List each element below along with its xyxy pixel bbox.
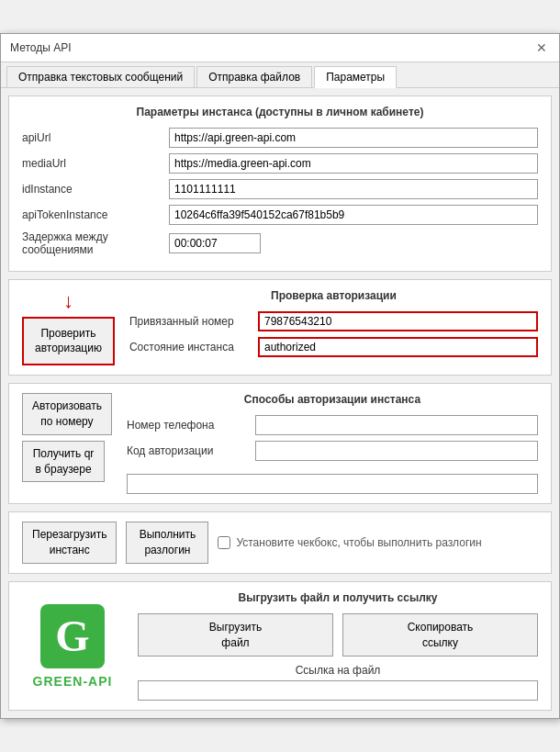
tab-send-files[interactable]: Отправка файлов [196, 66, 312, 87]
field-row-apiurl: apiUrl [22, 128, 538, 148]
label-linked-number: Привязанный номер [129, 315, 258, 328]
input-phone-number[interactable] [255, 415, 538, 435]
auth-field-row-state: Состояние инстанса [129, 337, 538, 357]
input-idinstance[interactable] [169, 179, 538, 199]
label-mediaurl: mediaUrl [22, 157, 169, 170]
logout-checkbox-area: Установите чекбокс, чтобы выполнить разл… [218, 536, 481, 549]
title-bar: Методы API ✕ [1, 34, 559, 62]
auth-ways-right: Способы авторизации инстанса Номер телеф… [127, 393, 538, 494]
arrow-icon: ↓ [63, 289, 73, 313]
label-phone-number: Номер телефона [127, 419, 255, 432]
logout-checkbox-label: Установите чекбокс, чтобы выполнить разл… [236, 536, 481, 549]
field-row-mediaurl: mediaUrl [22, 153, 538, 174]
ways-field-row-code: Код авторизации [127, 441, 538, 461]
instance-params-section: Параметры инстанса (доступны в личном ка… [8, 95, 552, 272]
upload-file-button[interactable]: Выгрузитьфайл [138, 613, 333, 657]
label-auth-code: Код авторизации [127, 444, 255, 457]
reload-instance-button[interactable]: Перезагрузитьинстанс [22, 522, 117, 564]
get-qr-button[interactable]: Получить qrв браузере [22, 441, 105, 483]
auth-check-section: ↓ Проверитьавторизацию Проверка авториза… [8, 279, 552, 376]
field-row-idinstance: idInstance [22, 179, 538, 199]
logout-button[interactable]: Выполнитьразлогин [126, 522, 208, 564]
upload-title: Выгрузить файл и получить ссылку [138, 591, 538, 604]
auth-check-title: Проверка авторизации [129, 289, 538, 302]
label-apiurl: apiUrl [22, 131, 169, 144]
auth-by-number-button[interactable]: Авторизоватьпо номеру [22, 393, 112, 435]
content-area: Параметры инстанса (доступны в личном ка… [1, 88, 559, 719]
tabs-bar: Отправка текстовых сообщений Отправка фа… [1, 62, 559, 88]
link-label: Ссылка на файл [138, 664, 538, 677]
logo-text: GREEN-API [33, 674, 113, 689]
main-window: Методы API ✕ Отправка текстовых сообщени… [0, 33, 560, 720]
input-apiurl[interactable] [169, 128, 538, 148]
input-qr[interactable] [127, 474, 538, 494]
reload-section: Перезагрузитьинстанс Выполнитьразлогин У… [8, 511, 552, 574]
label-delay: Задержка между сообщениями [22, 230, 169, 256]
auth-check-left: ↓ Проверитьавторизацию [22, 289, 115, 366]
input-delay[interactable] [169, 233, 261, 253]
check-auth-button[interactable]: Проверитьавторизацию [22, 317, 115, 366]
auth-ways-section: Авторизоватьпо номеру Получить qrв брауз… [8, 383, 552, 504]
field-row-apitoken: apiTokenInstance [22, 205, 538, 225]
close-button[interactable]: ✕ [533, 39, 550, 56]
logout-checkbox[interactable] [218, 536, 230, 549]
bottom-section: G GREEN-API Выгрузить файл и получить сс… [8, 581, 552, 712]
copy-link-button[interactable]: Скопироватьссылку [342, 613, 538, 657]
window-title: Методы API [10, 41, 71, 54]
tab-send-text[interactable]: Отправка текстовых сообщений [6, 66, 195, 87]
auth-check-right: Проверка авторизации Привязанный номер С… [129, 289, 538, 366]
label-idinstance: idInstance [22, 183, 169, 196]
logo-icon: G [40, 604, 105, 668]
auth-field-row-number: Привязанный номер [129, 311, 538, 331]
instance-params-title: Параметры инстанса (доступны в личном ка… [22, 106, 538, 118]
logo-letter: G [55, 614, 89, 658]
input-linked-number[interactable] [258, 311, 538, 331]
field-row-delay: Задержка между сообщениями [22, 230, 538, 256]
input-apitoken[interactable] [169, 205, 538, 225]
input-file-link[interactable] [138, 680, 538, 701]
input-mediaurl[interactable] [169, 153, 538, 174]
upload-area: Выгрузить файл и получить ссылку Выгрузи… [138, 591, 538, 701]
tab-params[interactable]: Параметры [314, 66, 397, 88]
label-instance-state: Состояние инстанса [129, 341, 258, 354]
auth-ways-title: Способы авторизации инстанса [127, 393, 538, 406]
upload-buttons: Выгрузитьфайл Скопироватьссылку [138, 613, 538, 657]
input-auth-code[interactable] [255, 441, 538, 461]
input-instance-state[interactable] [258, 337, 538, 357]
ways-field-row-phone: Номер телефона [127, 415, 538, 435]
label-apitoken: apiTokenInstance [22, 208, 169, 221]
logo-area: G GREEN-API [22, 591, 123, 701]
auth-ways-left: Авторизоватьпо номеру Получить qrв брауз… [22, 393, 112, 494]
